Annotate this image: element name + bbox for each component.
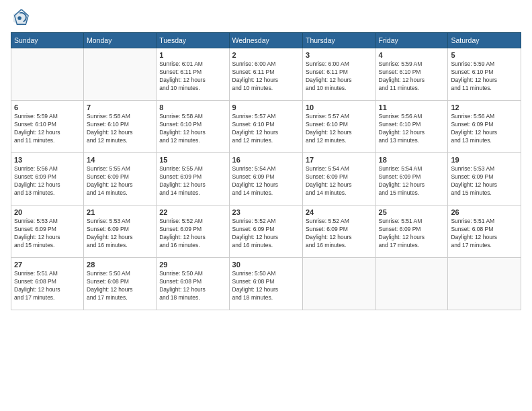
- calendar-cell: [375, 258, 448, 310]
- day-number: 3: [306, 51, 373, 59]
- week-row-1: 6Sunrise: 5:59 AM Sunset: 6:10 PM Daylig…: [11, 101, 521, 153]
- day-info: Sunrise: 5:59 AM Sunset: 6:10 PM Dayligh…: [379, 60, 445, 93]
- calendar-cell: 24Sunrise: 5:52 AM Sunset: 6:09 PM Dayli…: [302, 205, 375, 258]
- day-info: Sunrise: 5:51 AM Sunset: 6:09 PM Dayligh…: [379, 218, 445, 250]
- day-number: 29: [159, 261, 226, 269]
- calendar-cell: 14Sunrise: 5:55 AM Sunset: 6:09 PM Dayli…: [84, 153, 157, 205]
- day-info: Sunrise: 5:54 AM Sunset: 6:09 PM Dayligh…: [306, 165, 373, 197]
- day-info: Sunrise: 5:53 AM Sunset: 6:09 PM Dayligh…: [451, 165, 518, 197]
- day-number: 26: [451, 208, 518, 216]
- day-number: 24: [306, 208, 373, 216]
- calendar-cell: 27Sunrise: 5:51 AM Sunset: 6:08 PM Dayli…: [11, 258, 84, 310]
- calendar-cell: 7Sunrise: 5:58 AM Sunset: 6:10 PM Daylig…: [84, 101, 157, 153]
- calendar-cell: 3Sunrise: 6:00 AM Sunset: 6:11 PM Daylig…: [302, 48, 375, 101]
- header-tuesday: Tuesday: [157, 33, 229, 48]
- calendar-cell: 20Sunrise: 5:53 AM Sunset: 6:09 PM Dayli…: [11, 205, 84, 258]
- day-info: Sunrise: 5:53 AM Sunset: 6:09 PM Dayligh…: [87, 218, 153, 250]
- day-info: Sunrise: 5:57 AM Sunset: 6:10 PM Dayligh…: [232, 113, 300, 145]
- day-info: Sunrise: 5:53 AM Sunset: 6:09 PM Dayligh…: [14, 218, 81, 250]
- day-info: Sunrise: 6:00 AM Sunset: 6:11 PM Dayligh…: [232, 60, 300, 93]
- calendar-cell: 21Sunrise: 5:53 AM Sunset: 6:09 PM Dayli…: [84, 205, 157, 258]
- day-info: Sunrise: 6:00 AM Sunset: 6:11 PM Dayligh…: [306, 60, 373, 93]
- day-info: Sunrise: 5:50 AM Sunset: 6:08 PM Dayligh…: [159, 270, 226, 302]
- day-number: 13: [14, 156, 81, 164]
- calendar-cell: 9Sunrise: 5:57 AM Sunset: 6:10 PM Daylig…: [229, 101, 302, 153]
- day-number: 12: [451, 103, 518, 111]
- calendar-cell: 16Sunrise: 5:54 AM Sunset: 6:09 PM Dayli…: [229, 153, 302, 205]
- header: [11, 8, 521, 27]
- calendar-cell: 29Sunrise: 5:50 AM Sunset: 6:08 PM Dayli…: [157, 258, 229, 310]
- calendar-cell: 26Sunrise: 5:51 AM Sunset: 6:08 PM Dayli…: [448, 205, 521, 258]
- day-number: 19: [451, 156, 518, 164]
- week-row-2: 13Sunrise: 5:56 AM Sunset: 6:09 PM Dayli…: [11, 153, 521, 205]
- week-row-0: 1Sunrise: 6:01 AM Sunset: 6:11 PM Daylig…: [11, 48, 521, 101]
- day-info: Sunrise: 5:50 AM Sunset: 6:08 PM Dayligh…: [232, 270, 300, 302]
- calendar-cell: 28Sunrise: 5:50 AM Sunset: 6:08 PM Dayli…: [84, 258, 157, 310]
- calendar-cell: 19Sunrise: 5:53 AM Sunset: 6:09 PM Dayli…: [448, 153, 521, 205]
- day-number: 28: [87, 261, 153, 269]
- day-number: 16: [232, 156, 300, 164]
- header-friday: Friday: [375, 33, 448, 48]
- day-number: 5: [451, 51, 518, 59]
- week-row-4: 27Sunrise: 5:51 AM Sunset: 6:08 PM Dayli…: [11, 258, 521, 310]
- day-number: 4: [379, 51, 445, 59]
- calendar-cell: 1Sunrise: 6:01 AM Sunset: 6:11 PM Daylig…: [157, 48, 229, 101]
- week-row-3: 20Sunrise: 5:53 AM Sunset: 6:09 PM Dayli…: [11, 205, 521, 258]
- page: SundayMondayTuesdayWednesdayThursdayFrid…: [0, 0, 532, 411]
- day-info: Sunrise: 5:58 AM Sunset: 6:10 PM Dayligh…: [159, 113, 226, 145]
- calendar-cell: 30Sunrise: 5:50 AM Sunset: 6:08 PM Dayli…: [229, 258, 302, 310]
- day-info: Sunrise: 5:56 AM Sunset: 6:09 PM Dayligh…: [14, 165, 81, 197]
- day-info: Sunrise: 5:55 AM Sunset: 6:09 PM Dayligh…: [159, 165, 226, 197]
- logo-icon: [11, 8, 30, 27]
- day-number: 11: [379, 103, 445, 111]
- calendar-cell: 10Sunrise: 5:57 AM Sunset: 6:10 PM Dayli…: [302, 101, 375, 153]
- day-number: 21: [87, 208, 153, 216]
- logo: [11, 8, 32, 27]
- day-number: 23: [232, 208, 300, 216]
- day-number: 14: [87, 156, 153, 164]
- day-info: Sunrise: 5:51 AM Sunset: 6:08 PM Dayligh…: [14, 270, 81, 302]
- day-number: 15: [159, 156, 226, 164]
- calendar-cell: 11Sunrise: 5:56 AM Sunset: 6:10 PM Dayli…: [375, 101, 448, 153]
- calendar-cell: 6Sunrise: 5:59 AM Sunset: 6:10 PM Daylig…: [11, 101, 84, 153]
- svg-point-2: [17, 16, 21, 20]
- calendar-cell: [11, 48, 84, 101]
- day-info: Sunrise: 5:57 AM Sunset: 6:10 PM Dayligh…: [306, 113, 373, 145]
- day-number: 17: [306, 156, 373, 164]
- day-number: 30: [232, 261, 300, 269]
- day-number: 10: [306, 103, 373, 111]
- day-number: 27: [14, 261, 81, 269]
- day-number: 18: [379, 156, 445, 164]
- day-number: 9: [232, 103, 300, 111]
- header-thursday: Thursday: [302, 33, 375, 48]
- day-number: 22: [159, 208, 226, 216]
- day-info: Sunrise: 5:52 AM Sunset: 6:09 PM Dayligh…: [306, 218, 373, 250]
- day-info: Sunrise: 5:55 AM Sunset: 6:09 PM Dayligh…: [87, 165, 153, 197]
- day-info: Sunrise: 5:54 AM Sunset: 6:09 PM Dayligh…: [379, 165, 445, 197]
- day-info: Sunrise: 5:51 AM Sunset: 6:08 PM Dayligh…: [451, 218, 518, 250]
- day-info: Sunrise: 5:50 AM Sunset: 6:08 PM Dayligh…: [87, 270, 153, 302]
- day-info: Sunrise: 6:01 AM Sunset: 6:11 PM Dayligh…: [159, 60, 226, 93]
- calendar-cell: 18Sunrise: 5:54 AM Sunset: 6:09 PM Dayli…: [375, 153, 448, 205]
- day-number: 20: [14, 208, 81, 216]
- day-number: 25: [379, 208, 445, 216]
- day-info: Sunrise: 5:58 AM Sunset: 6:10 PM Dayligh…: [87, 113, 153, 145]
- calendar-cell: 22Sunrise: 5:52 AM Sunset: 6:09 PM Dayli…: [157, 205, 229, 258]
- calendar-cell: 5Sunrise: 5:59 AM Sunset: 6:10 PM Daylig…: [448, 48, 521, 101]
- header-monday: Monday: [84, 33, 157, 48]
- day-number: 8: [159, 103, 226, 111]
- day-info: Sunrise: 5:59 AM Sunset: 6:10 PM Dayligh…: [451, 60, 518, 93]
- header-wednesday: Wednesday: [229, 33, 302, 48]
- day-info: Sunrise: 5:56 AM Sunset: 6:10 PM Dayligh…: [379, 113, 445, 145]
- day-number: 1: [159, 51, 226, 59]
- calendar-cell: 2Sunrise: 6:00 AM Sunset: 6:11 PM Daylig…: [229, 48, 302, 101]
- header-sunday: Sunday: [11, 33, 84, 48]
- day-info: Sunrise: 5:56 AM Sunset: 6:09 PM Dayligh…: [451, 113, 518, 145]
- day-info: Sunrise: 5:52 AM Sunset: 6:09 PM Dayligh…: [159, 218, 226, 250]
- calendar-cell: 15Sunrise: 5:55 AM Sunset: 6:09 PM Dayli…: [157, 153, 229, 205]
- calendar-cell: 8Sunrise: 5:58 AM Sunset: 6:10 PM Daylig…: [157, 101, 229, 153]
- day-number: 7: [87, 103, 153, 111]
- header-saturday: Saturday: [448, 33, 521, 48]
- calendar-header-row: SundayMondayTuesdayWednesdayThursdayFrid…: [11, 33, 521, 48]
- day-info: Sunrise: 5:59 AM Sunset: 6:10 PM Dayligh…: [14, 113, 81, 145]
